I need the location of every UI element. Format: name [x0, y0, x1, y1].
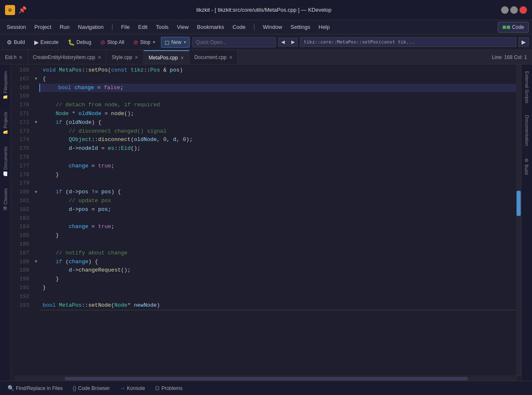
menu-tools[interactable]: Tools — [153, 22, 172, 32]
stop-icon: ⊘ — [133, 39, 138, 46]
tab-metapos-cpp-label: MetaPos.cpp — [149, 55, 178, 61]
menu-settings[interactable]: Settings — [287, 22, 313, 32]
debug-button[interactable]: 🐛 Debug — [64, 37, 94, 47]
tab-document-cpp-close[interactable]: × — [229, 54, 232, 60]
toolbar: ⚙ Build ▶ Execute 🐛 Debug ⊘ Stop All ⊘ S… — [0, 34, 532, 50]
bottom-tab-konsole[interactable]: → Konsole — [116, 383, 149, 393]
sidebar-tab-classes[interactable]: 🏛 Classes — [2, 185, 9, 214]
new-icon: ◻ — [165, 39, 170, 46]
execute-button[interactable]: ▶ Execute — [31, 37, 62, 47]
build-icon: ⚙ — [7, 39, 12, 46]
tab-eid-h[interactable]: Eid.h × — [0, 50, 28, 64]
stop-button[interactable]: ⊘ Stop ▾ — [130, 37, 158, 47]
menu-bar: Session Project Run Navigation | File Ed… — [0, 20, 532, 34]
sidebar-tab-projects[interactable]: 📂 Projects — [2, 108, 9, 139]
tab-style-cpp[interactable]: Style.cpp × — [107, 50, 144, 64]
new-chevron-icon: ▾ — [184, 40, 186, 44]
code-line-192 — [39, 292, 521, 301]
dots-icon: ■■ — [502, 23, 510, 31]
menu-bookmarks[interactable]: Bookmarks — [193, 22, 227, 32]
code-browser-label: Code Browser — [78, 385, 110, 391]
tab-metapos-cpp[interactable]: MetaPos.cpp × — [144, 50, 189, 64]
menu-session[interactable]: Session — [3, 22, 29, 32]
fold-180[interactable]: ▼ — [33, 188, 39, 197]
new-button[interactable]: ◻ New ▾ — [161, 37, 190, 48]
fold-167[interactable]: ▼ — [33, 75, 39, 84]
tab-create-entity-label: CreateEntityHistoryItem.cpp — [33, 54, 95, 60]
execute-icon: ▶ — [34, 39, 39, 46]
maximize-button[interactable] — [510, 6, 518, 14]
code-line-169 — [39, 92, 521, 101]
tab-style-cpp-close[interactable]: × — [135, 54, 138, 60]
stop-chevron-icon: ▾ — [153, 40, 155, 44]
nav-back-button[interactable]: ◀ — [278, 38, 288, 46]
debug-icon: 🐛 — [68, 39, 75, 46]
window-controls[interactable] — [501, 6, 527, 14]
tab-document-cpp[interactable]: Document.cpp × — [189, 50, 238, 64]
fold-172[interactable]: ▼ — [33, 118, 39, 127]
menu-project[interactable]: Project — [31, 22, 54, 32]
build-button[interactable]: ⚙ Build — [3, 37, 28, 47]
toolbar-more-button[interactable]: ▶ — [519, 37, 529, 47]
code-line-179 — [39, 179, 521, 188]
code-browser-icon: {} — [73, 385, 76, 391]
menu-sep1: | — [109, 23, 116, 31]
code-content[interactable]: void MetaPos::setPos(const tikz::Pos & p… — [39, 65, 521, 381]
menu-navigation[interactable]: Navigation — [75, 22, 107, 32]
code-line-183 — [39, 214, 521, 223]
nav-forward-button[interactable]: ▶ — [288, 38, 298, 46]
build-sidebar-icon: ⚙ — [524, 158, 529, 163]
sidebar-tab-documents[interactable]: 📄 Documents — [2, 143, 9, 180]
sidebar-tab-documentation[interactable]: Documentation — [524, 112, 530, 149]
filesystem-icon: 📁 — [3, 95, 8, 100]
execute-label: Execute — [41, 39, 59, 45]
code-line-182: d->pos = pos; — [39, 205, 521, 214]
close-button[interactable] — [519, 6, 527, 14]
menu-code[interactable]: Code — [229, 22, 249, 32]
minimize-button[interactable] — [501, 6, 509, 14]
sidebar-tab-filesystem[interactable]: 📁 Filesystem — [2, 68, 9, 103]
find-replace-icon: 🔍 — [8, 385, 14, 391]
code-line-168: bool change = false; — [39, 84, 521, 92]
code-line-184: change = true; — [39, 223, 521, 231]
bottom-tab-find-replace[interactable]: 🔍 Find/Replace in Files — [3, 383, 67, 393]
tab-create-entity-close[interactable]: × — [98, 54, 101, 60]
menu-file[interactable]: File — [118, 22, 133, 32]
menu-help[interactable]: Help — [315, 22, 333, 32]
quick-open-input[interactable] — [192, 37, 276, 47]
menu-run[interactable]: Run — [56, 22, 73, 32]
tab-document-cpp-label: Document.cpp — [194, 54, 227, 60]
code-btn-label: Code — [512, 24, 524, 30]
classes-icon: 🏛 — [3, 206, 8, 210]
find-replace-label: Find/Replace in Files — [16, 385, 63, 391]
tab-metapos-cpp-close[interactable]: × — [181, 55, 184, 61]
code-editor[interactable]: 166 167 168 169 170 171 172 173 174 175 … — [11, 64, 521, 381]
fold-188[interactable]: ▼ — [33, 258, 39, 267]
tab-style-cpp-label: Style.cpp — [112, 54, 132, 60]
code-line-191: } — [39, 284, 521, 292]
tab-eid-h-close[interactable]: × — [19, 54, 22, 60]
tab-create-entity[interactable]: CreateEntityHistoryItem.cpp × — [28, 50, 107, 64]
menu-edit[interactable]: Edit — [135, 22, 151, 32]
code-line-175: d->nodeId = es::Eid(); — [39, 144, 521, 153]
konsole-icon: → — [120, 385, 125, 391]
bottom-tab-problems[interactable]: ⊡ Problems — [151, 383, 187, 393]
horizontal-scrollbar-track[interactable] — [14, 377, 518, 381]
menu-view[interactable]: View — [173, 22, 192, 32]
sidebar-tab-build[interactable]: ⚙ Build — [523, 154, 530, 178]
bottom-tab-code-browser[interactable]: {} Code Browser — [69, 383, 114, 393]
stop-all-button[interactable]: ⊘ Stop All — [97, 37, 127, 47]
horizontal-scroll-thumb[interactable] — [65, 377, 468, 380]
code-line-171: Node * oldNode = node(); — [39, 110, 521, 118]
app-icon: ⚙ — [5, 5, 15, 15]
menu-window[interactable]: Window — [260, 22, 285, 32]
vertical-scrollbar[interactable] — [516, 64, 521, 381]
code-line-174: QObject::disconnect(oldNode, 0, d, 0); — [39, 136, 521, 144]
code-toolbar-button[interactable]: ■■ Code — [498, 22, 529, 33]
scroll-thumb[interactable] — [517, 191, 521, 216]
menu-sep2: | — [250, 23, 258, 31]
code-line-185: } — [39, 231, 521, 240]
code-line-181: // update pos — [39, 197, 521, 205]
code-line-167: { — [39, 75, 521, 84]
sidebar-tab-external-scripts[interactable]: External Scripts — [524, 68, 530, 107]
